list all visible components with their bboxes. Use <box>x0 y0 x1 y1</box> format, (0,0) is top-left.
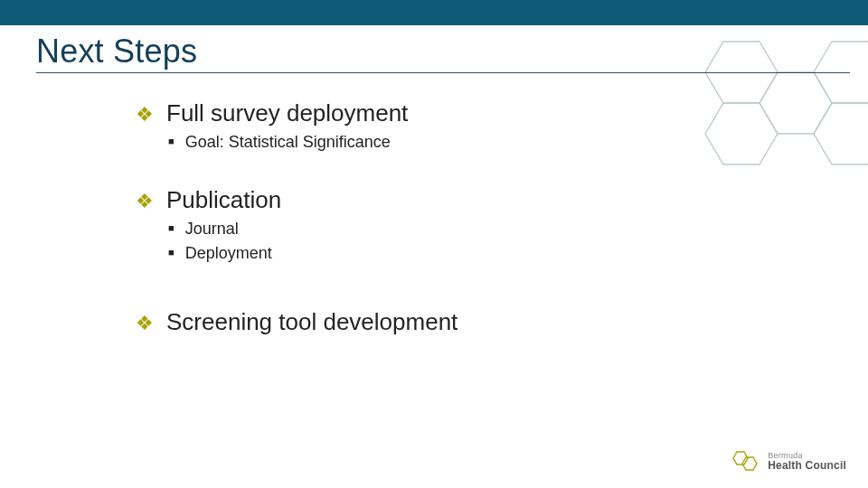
square-icon: ■ <box>168 136 175 146</box>
bullet-label: Publication <box>166 186 281 214</box>
slide: Next Steps ❖ Full survey deployment ■ Go… <box>0 0 868 488</box>
footer-logo: Bermuda Health Council <box>730 448 846 474</box>
title-underline <box>36 72 850 73</box>
list-item: ■ Deployment <box>168 244 769 263</box>
square-icon: ■ <box>168 223 175 233</box>
logo-text: Bermuda Health Council <box>768 452 846 471</box>
diamond-icon: ❖ <box>136 192 154 211</box>
svg-marker-4 <box>814 103 868 164</box>
content-area: ❖ Full survey deployment ■ Goal: Statist… <box>136 92 769 340</box>
bullet-label: Journal <box>185 220 239 239</box>
bullet-label: Full survey deployment <box>166 99 408 127</box>
list-item: ■ Goal: Statistical Significance <box>168 133 769 152</box>
bullet-label: Goal: Statistical Significance <box>185 133 391 152</box>
square-icon: ■ <box>168 248 175 258</box>
diamond-icon: ❖ <box>136 314 154 333</box>
list-item: ■ Journal <box>168 220 769 239</box>
list-item: ❖ Publication <box>136 186 769 214</box>
diamond-icon: ❖ <box>136 105 154 125</box>
list-item: ❖ Screening tool development <box>136 308 769 336</box>
list-item: ❖ Full survey deployment <box>136 99 769 127</box>
logo-line2: Health Council <box>768 460 846 471</box>
bullet-label: Deployment <box>185 244 272 263</box>
svg-marker-1 <box>760 72 832 134</box>
page-title: Next Steps <box>36 33 197 70</box>
bullet-label: Screening tool development <box>166 308 458 336</box>
title-wrap: Next Steps <box>36 33 197 70</box>
logo-icon <box>730 448 760 474</box>
